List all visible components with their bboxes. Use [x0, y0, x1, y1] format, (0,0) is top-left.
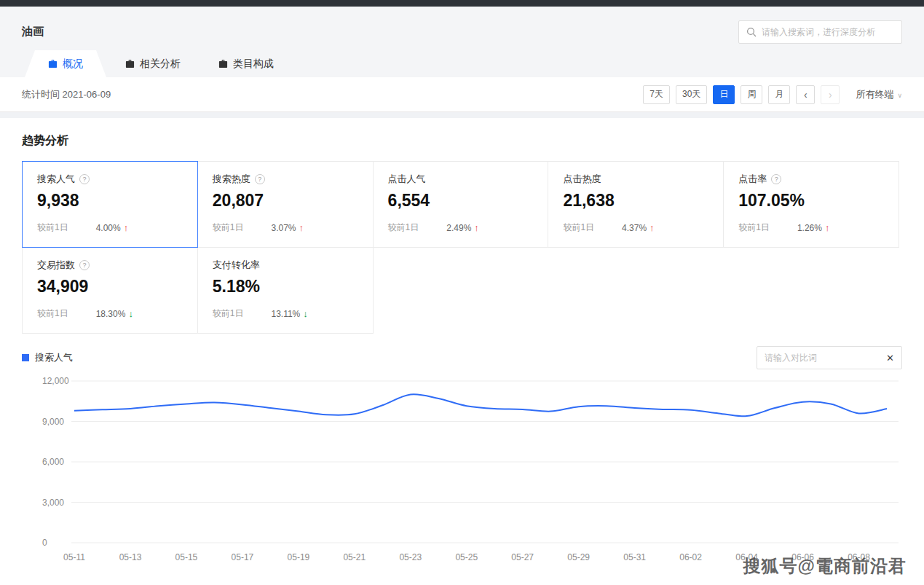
briefcase-icon — [48, 59, 58, 68]
metric-change: 1.26%↑ — [797, 222, 830, 233]
tab-2[interactable]: 类目构成 — [200, 50, 293, 77]
terminal-label: 所有终端 — [856, 88, 893, 101]
range-button-4[interactable]: 月 — [768, 85, 790, 104]
metric-value: 5.18% — [213, 277, 358, 297]
range-buttons: 7天30天日周月 — [643, 85, 790, 104]
svg-text:05-17: 05-17 — [232, 552, 254, 562]
tab-label: 概况 — [63, 58, 83, 71]
metric-footer: 较前1日1.26%↑ — [738, 221, 884, 234]
metric-footer: 较前1日3.07%↑ — [213, 221, 358, 234]
svg-text:05-23: 05-23 — [399, 552, 422, 562]
metric-card-3[interactable]: 点击热度21,638较前1日4.37%↑ — [548, 161, 724, 248]
svg-text:05-13: 05-13 — [119, 552, 142, 562]
trend-chart: 03,0006,0009,00012,00005-1105-1305-1505-… — [22, 374, 902, 572]
metric-change: 3.07%↑ — [271, 222, 304, 233]
terminal-select[interactable]: 所有终端 ∨ — [856, 88, 902, 101]
compare-period-label: 较前1日 — [213, 221, 244, 234]
range-button-1[interactable]: 30天 — [676, 85, 707, 104]
metric-card-1[interactable]: 搜索热度?20,807较前1日3.07%↑ — [197, 161, 374, 248]
svg-text:9,000: 9,000 — [42, 417, 64, 427]
metric-value: 21,638 — [563, 191, 708, 211]
metric-label: 搜索人气? — [37, 173, 183, 186]
watermark: 搜狐号@電商前沿君 — [743, 554, 907, 578]
close-icon[interactable]: ✕ — [880, 353, 894, 364]
tab-1[interactable]: 相关分析 — [106, 50, 200, 77]
svg-text:05-19: 05-19 — [288, 552, 310, 562]
metric-footer: 较前1日2.49%↑ — [388, 221, 534, 234]
tabs: 概况相关分析类目构成 — [22, 50, 902, 77]
arrow-up-icon: ↑ — [124, 222, 129, 233]
svg-text:05-11: 05-11 — [63, 552, 85, 562]
metric-label: 支付转化率 — [213, 259, 358, 272]
search-input[interactable] — [762, 27, 894, 37]
compare-period-label: 较前1日 — [213, 307, 244, 320]
chevron-down-icon: ∨ — [897, 92, 902, 99]
metric-value: 20,807 — [213, 191, 358, 211]
metric-label: 点击人气 — [388, 173, 534, 186]
range-button-3[interactable]: 周 — [741, 85, 762, 104]
arrow-up-icon: ↑ — [474, 222, 479, 233]
metric-cards: 搜索人气?9,938较前1日4.00%↑搜索热度?20,807较前1日3.07%… — [22, 161, 902, 334]
metric-card-5[interactable]: 交易指数?34,909较前1日18.30%↓ — [22, 247, 198, 334]
compare-input[interactable] — [765, 353, 880, 363]
keyword-title: 油画 — [22, 25, 44, 39]
section-divider — [0, 112, 924, 118]
metric-card-4[interactable]: 点击率?107.05%较前1日1.26%↑ — [723, 161, 899, 248]
metric-card-0[interactable]: 搜索人气?9,938较前1日4.00%↑ — [22, 161, 198, 248]
svg-text:3,000: 3,000 — [42, 498, 64, 508]
date-controls: 7天30天日周月 ‹ › 所有终端 ∨ — [643, 85, 902, 104]
svg-text:0: 0 — [42, 538, 47, 548]
arrow-down-icon: ↓ — [303, 308, 308, 319]
tab-label: 类目构成 — [233, 58, 274, 71]
metric-footer: 较前1日13.11%↓ — [213, 307, 358, 320]
arrow-up-icon: ↑ — [825, 222, 830, 233]
metric-footer: 较前1日4.00%↑ — [37, 221, 183, 234]
compare-input-box[interactable]: ✕ — [757, 346, 902, 369]
svg-text:05-27: 05-27 — [511, 552, 534, 562]
help-icon[interactable]: ? — [255, 174, 265, 184]
metric-card-6[interactable]: 支付转化率5.18%较前1日13.11%↓ — [197, 247, 374, 334]
range-button-0[interactable]: 7天 — [643, 85, 670, 104]
metric-footer: 较前1日18.30%↓ — [37, 307, 183, 320]
line-chart-svg: 03,0006,0009,00012,00005-1105-1305-1505-… — [22, 374, 902, 569]
search-box[interactable] — [738, 20, 902, 44]
metric-change: 13.11%↓ — [271, 308, 307, 319]
compare-period-label: 较前1日 — [37, 221, 68, 234]
trend-panel: 趋势分析 搜索人气?9,938较前1日4.00%↑搜索热度?20,807较前1日… — [0, 118, 924, 572]
next-page-button[interactable]: › — [821, 85, 840, 104]
tab-label: 相关分析 — [140, 58, 181, 71]
metric-change: 2.49%↑ — [446, 222, 479, 233]
legend-label: 搜索人气 — [35, 351, 73, 364]
metric-change: 18.30%↓ — [96, 308, 133, 319]
prev-page-button[interactable]: ‹ — [796, 85, 815, 104]
help-icon[interactable]: ? — [771, 174, 781, 184]
chart-header: 搜索人气 ✕ — [22, 346, 902, 369]
page-header: 油画 概况相关分析类目构成 — [0, 7, 924, 77]
section-title: 趋势分析 — [22, 118, 902, 161]
range-button-2[interactable]: 日 — [713, 85, 735, 104]
metric-value: 9,938 — [37, 191, 183, 211]
compare-period-label: 较前1日 — [563, 221, 594, 234]
help-icon[interactable]: ? — [79, 260, 90, 270]
arrow-down-icon: ↓ — [128, 308, 133, 319]
briefcase-icon — [218, 59, 228, 68]
metric-value: 6,554 — [388, 191, 534, 211]
arrow-up-icon: ↑ — [299, 222, 304, 233]
metric-footer: 较前1日4.37%↑ — [563, 221, 708, 234]
help-icon[interactable]: ? — [79, 174, 90, 184]
metric-card-2[interactable]: 点击人气6,554较前1日2.49%↑ — [373, 161, 549, 248]
toolbar: 统计时间 2021-06-09 7天30天日周月 ‹ › 所有终端 ∨ — [0, 77, 924, 112]
svg-text:6,000: 6,000 — [42, 457, 64, 467]
legend-swatch — [22, 354, 29, 361]
svg-text:05-25: 05-25 — [455, 552, 478, 562]
metric-change: 4.00%↑ — [96, 222, 129, 233]
svg-text:05-29: 05-29 — [567, 552, 590, 562]
svg-text:05-31: 05-31 — [623, 552, 646, 562]
compare-period-label: 较前1日 — [738, 221, 770, 234]
arrow-up-icon: ↑ — [649, 222, 655, 233]
svg-text:05-21: 05-21 — [343, 552, 366, 562]
tab-0[interactable]: 概况 — [25, 50, 106, 77]
stat-time-label: 统计时间 2021-06-09 — [22, 88, 111, 101]
briefcase-icon — [125, 59, 135, 68]
metric-value: 34,909 — [37, 277, 183, 297]
